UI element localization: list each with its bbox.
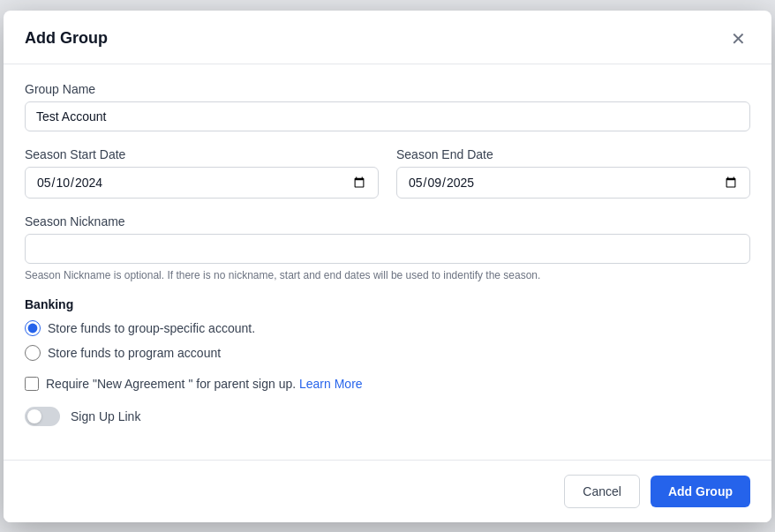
modal-title: Add Group xyxy=(25,29,108,48)
banking-radio-group: Store funds to group-specific account. S… xyxy=(25,320,750,361)
banking-section: Banking Store funds to group-specific ac… xyxy=(25,297,750,361)
modal-body: Group Name Season Start Date Season End … xyxy=(4,64,771,460)
season-nickname-input[interactable] xyxy=(25,234,750,264)
group-name-label: Group Name xyxy=(25,82,750,96)
season-end-date-label: Season End Date xyxy=(396,147,750,161)
cancel-button[interactable]: Cancel xyxy=(564,475,640,508)
season-end-date-input[interactable] xyxy=(396,167,750,199)
agreement-checkbox-group: Require "New Agreement " for parent sign… xyxy=(25,377,750,391)
close-button[interactable]: ✕ xyxy=(726,26,750,51)
banking-option-group-account-label: Store funds to group-specific account. xyxy=(48,321,255,335)
season-nickname-group: Season Nickname Season Nickname is optio… xyxy=(25,214,750,281)
season-start-date-label: Season Start Date xyxy=(25,147,379,161)
signup-link-toggle[interactable] xyxy=(25,407,60,426)
group-name-group: Group Name xyxy=(25,82,750,131)
add-group-modal: Add Group ✕ Group Name Season Start Date… xyxy=(4,11,771,522)
signup-link-label: Sign Up Link xyxy=(71,409,140,423)
close-icon: ✕ xyxy=(731,28,746,49)
modal-footer: Cancel Add Group xyxy=(4,460,771,522)
banking-option-program-account-label: Store funds to program account xyxy=(48,346,221,360)
agreement-label-text: Require "New Agreement " for parent sign… xyxy=(46,377,296,391)
season-dates-row: Season Start Date Season End Date xyxy=(25,147,750,199)
agreement-checkbox[interactable] xyxy=(25,377,39,391)
modal-overlay: Add Group ✕ Group Name Season Start Date… xyxy=(0,0,775,532)
banking-label: Banking xyxy=(25,297,750,311)
modal-header: Add Group ✕ xyxy=(4,11,771,64)
banking-radio-group-account[interactable] xyxy=(25,320,41,336)
season-start-date-input[interactable] xyxy=(25,167,379,199)
agreement-learn-more-link[interactable]: Learn More xyxy=(299,377,363,391)
agreement-label: Require "New Agreement " for parent sign… xyxy=(46,377,363,391)
banking-option-group-account[interactable]: Store funds to group-specific account. xyxy=(25,320,750,336)
banking-option-program-account[interactable]: Store funds to program account xyxy=(25,345,750,361)
season-end-date-group: Season End Date xyxy=(396,147,750,199)
add-group-button[interactable]: Add Group xyxy=(651,476,750,507)
banking-radio-program-account[interactable] xyxy=(25,345,41,361)
season-nickname-hint: Season Nickname is optional. If there is… xyxy=(25,269,750,281)
signup-link-group: Sign Up Link xyxy=(25,407,750,426)
toggle-thumb xyxy=(27,409,41,423)
season-start-date-group: Season Start Date xyxy=(25,147,379,199)
group-name-input[interactable] xyxy=(25,101,750,131)
season-nickname-label: Season Nickname xyxy=(25,214,750,229)
